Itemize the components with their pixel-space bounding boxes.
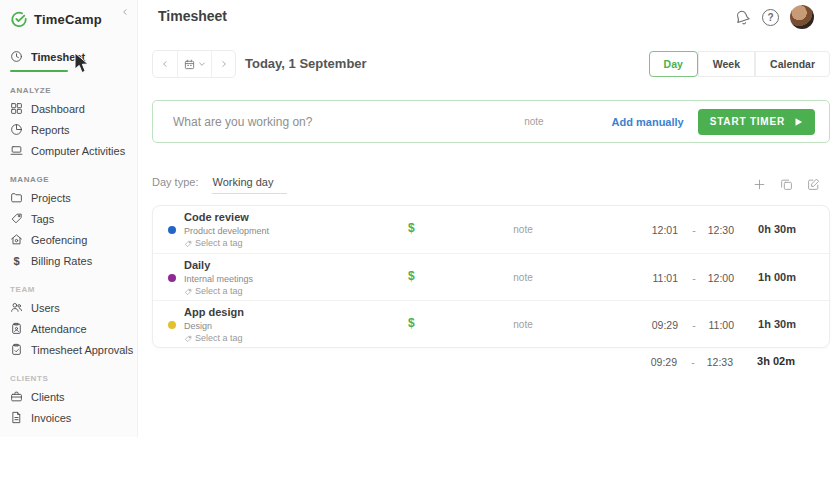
entry-row-code-review[interactable]: Code review Product development Select a… bbox=[153, 206, 829, 253]
start-timer-button[interactable]: START TIMER bbox=[698, 109, 815, 135]
select-tag-label: Select a tag bbox=[195, 286, 243, 297]
laptop-icon bbox=[10, 144, 23, 157]
entry-actions bbox=[753, 178, 820, 191]
entry-text: App design Design Select a tag bbox=[184, 306, 244, 344]
billable-toggle[interactable]: $ bbox=[408, 316, 415, 330]
select-tag-button[interactable]: Select a tag bbox=[184, 286, 253, 297]
date-navigation bbox=[152, 50, 236, 78]
sidebar-item-clients[interactable]: Clients bbox=[0, 386, 137, 407]
select-tag-button[interactable]: Select a tag bbox=[184, 238, 269, 249]
entry-start-time[interactable]: 12:01 bbox=[618, 224, 678, 236]
entry-duration[interactable]: 0h 30m bbox=[736, 223, 796, 235]
calendar-picker-button[interactable] bbox=[177, 51, 211, 77]
sidebar-item-timesheet-approvals[interactable]: Timesheet Approvals bbox=[0, 339, 137, 360]
timer-note-button[interactable]: note bbox=[524, 116, 543, 127]
current-date-label: Today, 1 September bbox=[245, 56, 367, 71]
sidebar-item-dashboard[interactable]: Dashboard bbox=[0, 98, 137, 119]
entry-project: Internal meetings bbox=[184, 274, 253, 285]
tab-week[interactable]: Week bbox=[698, 51, 755, 77]
select-tag-label: Select a tag bbox=[195, 333, 243, 344]
project-color-dot[interactable] bbox=[168, 321, 176, 329]
sidebar-item-attendance[interactable]: Attendance bbox=[0, 318, 137, 339]
sidebar-item-label: Billing Rates bbox=[31, 255, 92, 267]
add-manually-link[interactable]: Add manually bbox=[612, 116, 684, 128]
sidebar-item-computer-activities[interactable]: Computer Activities bbox=[0, 140, 137, 161]
entry-note-button[interactable]: note bbox=[498, 319, 548, 330]
badge-icon bbox=[10, 322, 23, 335]
document-icon bbox=[10, 411, 23, 424]
edit-icon[interactable] bbox=[807, 178, 820, 191]
entry-note-button[interactable]: note bbox=[498, 272, 548, 283]
project-color-dot[interactable] bbox=[168, 226, 176, 234]
duplicate-icon[interactable] bbox=[780, 178, 793, 191]
entry-title[interactable]: Daily bbox=[184, 259, 253, 273]
tab-day[interactable]: Day bbox=[649, 51, 698, 77]
billable-toggle[interactable]: $ bbox=[408, 269, 415, 283]
entry-row-daily[interactable]: Daily Internal meetings Select a tag $ n… bbox=[153, 253, 829, 300]
briefcase-icon bbox=[10, 390, 23, 403]
sidebar-item-timesheet[interactable]: Timesheet bbox=[0, 46, 137, 67]
page-title: Timesheet bbox=[158, 8, 227, 24]
view-tabs: Day Week Calendar bbox=[649, 51, 830, 77]
sidebar-item-billing-rates[interactable]: $ Billing Rates bbox=[0, 250, 137, 271]
sidebar-section-clients: CLIENTS bbox=[10, 374, 127, 383]
project-color-dot[interactable] bbox=[168, 274, 176, 282]
next-day-button[interactable] bbox=[211, 51, 235, 77]
notifications-bell-icon[interactable] bbox=[732, 6, 753, 27]
add-entry-icon[interactable] bbox=[753, 178, 766, 191]
sidebar-item-projects[interactable]: Projects bbox=[0, 187, 137, 208]
day-type-row: Day type: Working day bbox=[152, 176, 287, 194]
sidebar-item-reports[interactable]: Reports bbox=[0, 119, 137, 140]
day-type-select[interactable]: Working day bbox=[212, 176, 287, 194]
help-icon[interactable]: ? bbox=[762, 9, 779, 26]
mouse-cursor bbox=[74, 52, 92, 74]
select-tag-button[interactable]: Select a tag bbox=[184, 333, 244, 344]
billable-toggle[interactable]: $ bbox=[408, 221, 415, 235]
play-icon bbox=[793, 117, 803, 127]
entry-duration[interactable]: 1h 00m bbox=[736, 271, 796, 283]
chevron-right-icon bbox=[220, 60, 228, 68]
timer-bar: note Add manually START TIMER bbox=[152, 100, 830, 143]
sidebar-section-team: TEAM bbox=[10, 285, 127, 294]
folder-icon bbox=[10, 191, 23, 204]
entry-end-time[interactable]: 12:30 bbox=[698, 224, 734, 236]
tag-icon bbox=[10, 212, 23, 225]
sidebar-item-label: Dashboard bbox=[31, 103, 85, 115]
sidebar-item-label: Geofencing bbox=[31, 234, 87, 246]
entry-title[interactable]: App design bbox=[184, 306, 244, 320]
entry-start-time[interactable]: 11:01 bbox=[618, 272, 678, 284]
entry-title[interactable]: Code review bbox=[184, 211, 269, 225]
sidebar: TimeCamp Timesheet ANALYZE Dashboard Rep… bbox=[0, 0, 138, 437]
entry-row-app-design[interactable]: App design Design Select a tag $ note 09… bbox=[153, 300, 829, 347]
entry-duration[interactable]: 1h 30m bbox=[736, 318, 796, 330]
clock-icon bbox=[10, 50, 23, 63]
sidebar-item-label: Timesheet Approvals bbox=[31, 344, 133, 356]
select-tag-label: Select a tag bbox=[195, 238, 243, 249]
task-name-input[interactable] bbox=[153, 115, 524, 129]
sidebar-item-geofencing[interactable]: Geofencing bbox=[0, 229, 137, 250]
sidebar-item-label: Invoices bbox=[31, 412, 71, 424]
sidebar-item-invoices[interactable]: Invoices bbox=[0, 407, 137, 428]
entry-start-time[interactable]: 09:29 bbox=[618, 319, 678, 331]
tab-calendar[interactable]: Calendar bbox=[755, 51, 830, 77]
sidebar-item-users[interactable]: Users bbox=[0, 297, 137, 318]
total-duration: 3h 02m bbox=[735, 355, 795, 367]
sidebar-item-label: Projects bbox=[31, 192, 71, 204]
pie-chart-icon bbox=[10, 123, 23, 136]
prev-day-button[interactable] bbox=[153, 51, 177, 77]
entry-end-time[interactable]: 12:00 bbox=[698, 272, 734, 284]
entry-text: Code review Product development Select a… bbox=[184, 211, 269, 249]
app-logo[interactable]: TimeCamp bbox=[0, 0, 137, 30]
logo-text: TimeCamp bbox=[34, 12, 102, 27]
entry-end-time[interactable]: 11:00 bbox=[698, 319, 734, 331]
sidebar-item-tags[interactable]: Tags bbox=[0, 208, 137, 229]
totals-row: 09:29 - 12:33 3h 02m bbox=[152, 352, 830, 376]
avatar[interactable] bbox=[790, 5, 814, 29]
timesheet-entries: Code review Product development Select a… bbox=[152, 205, 830, 348]
header-actions: ? bbox=[734, 5, 814, 29]
sidebar-section-analyze: ANALYZE bbox=[10, 86, 127, 95]
sidebar-item-label: Reports bbox=[31, 124, 70, 136]
start-timer-label: START TIMER bbox=[710, 116, 785, 127]
sidebar-collapse-icon[interactable] bbox=[121, 8, 129, 16]
entry-note-button[interactable]: note bbox=[498, 224, 548, 235]
